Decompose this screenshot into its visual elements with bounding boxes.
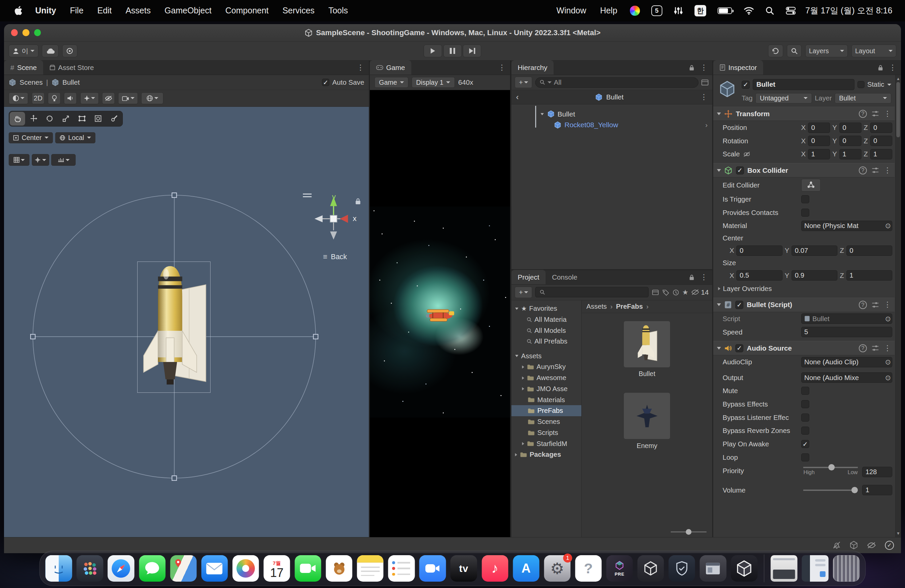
dock-icon-trash[interactable] (833, 555, 859, 582)
prefab-open-arrow[interactable]: › (705, 121, 712, 129)
game-mode-dropdown[interactable]: Game (375, 77, 408, 88)
handle-space-dropdown[interactable]: Local (55, 132, 95, 143)
custom-tool-button[interactable] (106, 112, 122, 126)
breadcrumb-assets[interactable]: Assets (586, 303, 607, 310)
folder-materials[interactable]: Materials (511, 394, 581, 405)
object-picker-icon[interactable]: ⊙ (885, 374, 891, 382)
center-y-field[interactable]: 0.07 (792, 245, 837, 256)
snap-increment-dropdown[interactable] (51, 154, 75, 165)
dock-minimized-window-2[interactable] (802, 555, 828, 582)
battery-icon[interactable] (713, 0, 737, 21)
dock-icon-system-settings[interactable]: ⚙ 1 (544, 555, 570, 582)
search-by-label-icon[interactable] (662, 289, 669, 296)
menu-item-unity[interactable]: Unity (29, 0, 62, 21)
hidden-count-indicator[interactable]: 14 (691, 288, 708, 296)
dock-icon-maps[interactable] (170, 555, 197, 582)
scene-viewport[interactable]: Center Local (4, 107, 369, 537)
layer-dropdown[interactable]: Bullet (835, 93, 891, 103)
transform-tool-button[interactable] (90, 112, 106, 126)
minimize-window-button[interactable] (22, 29, 29, 36)
dock-icon-messages[interactable] (139, 555, 165, 582)
static-dropdown-caret[interactable] (887, 84, 891, 86)
hand-tool-button[interactable] (10, 112, 25, 126)
priority-field[interactable]: 128 (862, 467, 892, 477)
help-icon[interactable]: ? (859, 301, 867, 309)
size-z-field[interactable]: 1 (846, 270, 892, 281)
folder-jmo-assets[interactable]: JMO Asse (511, 383, 581, 394)
help-icon[interactable]: ? (859, 167, 867, 175)
component-menu-icon[interactable]: ⋮ (884, 110, 891, 118)
favorites-header[interactable]: ★ Favorites (511, 303, 581, 314)
static-checkbox[interactable] (857, 81, 864, 88)
position-y-field[interactable]: 0 (839, 122, 862, 133)
grid-snap-dropdown[interactable] (32, 154, 49, 165)
account-button[interactable]: 이 (9, 44, 38, 57)
dock-icon-photos[interactable] (232, 555, 259, 582)
display-dropdown[interactable]: Display 1 (412, 77, 454, 88)
dock-icon-finder[interactable] (46, 555, 72, 582)
folder-starfield[interactable]: StarfieldM (511, 438, 581, 450)
center-z-field[interactable]: 0 (846, 245, 892, 256)
visibility-status-icon[interactable] (867, 542, 876, 549)
volume-slider[interactable] (801, 489, 860, 491)
volume-field[interactable]: 1 (862, 485, 892, 495)
hierarchy-search-input[interactable]: All (535, 77, 699, 88)
scene-visibility-button[interactable] (102, 92, 115, 104)
hierarchy-create-button[interactable]: + (515, 77, 532, 88)
rotation-y-field[interactable]: 0 (839, 136, 862, 146)
search-save-icon[interactable] (672, 289, 680, 296)
inspector-scrollbar[interactable]: ▲ ▼ (895, 75, 901, 537)
component-menu-icon[interactable]: ⋮ (884, 167, 891, 174)
draw-mode-dropdown[interactable] (9, 92, 29, 104)
size-x-field[interactable]: 0.5 (736, 270, 782, 281)
close-window-button[interactable] (11, 29, 18, 36)
favorite-star-icon[interactable]: ★ (682, 288, 689, 296)
position-x-field[interactable]: 0 (808, 122, 830, 133)
dock-icon-app-store[interactable]: A (513, 555, 539, 582)
asset-item-enemy[interactable]: Enemy (624, 393, 670, 450)
gameobject-icon[interactable] (717, 79, 738, 99)
game-viewport[interactable] (370, 90, 510, 537)
bullet-script-header[interactable]: # ✓ Bullet (Script) ? ⋮ (713, 298, 895, 312)
object-picker-icon[interactable]: ⊙ (885, 358, 891, 366)
physic-material-field[interactable]: None (Physic Mat ⊙ (801, 221, 892, 231)
component-menu-icon[interactable]: ⋮ (884, 301, 891, 308)
provides-contacts-checkbox[interactable] (801, 208, 809, 217)
menu-item-gameobject[interactable]: GameObject (158, 0, 218, 21)
dock-icon-music[interactable]: ♪ (482, 555, 508, 582)
breadcrumb-prefabs[interactable]: PreFabs (616, 303, 643, 310)
box-collider-enabled-checkbox[interactable]: ✓ (736, 167, 744, 175)
menu-item-component[interactable]: Component (219, 0, 275, 21)
loop-checkbox[interactable] (801, 453, 809, 461)
ime-indicator[interactable]: 한 (689, 0, 711, 21)
apple-menu[interactable] (10, 0, 28, 21)
favorite-all-prefabs[interactable]: All Prefabs (511, 336, 581, 347)
spotlight-icon[interactable] (761, 0, 780, 21)
audio-source-header[interactable]: ✓ Audio Source ? ⋮ (713, 341, 895, 355)
view-direction-label[interactable]: ≡ Back (323, 253, 347, 261)
background-tasks-indicator[interactable]: ✓ (885, 541, 894, 550)
rect-tool-button[interactable] (74, 112, 90, 126)
tag-dropdown[interactable]: Untagged (756, 93, 812, 103)
rotation-z-field[interactable]: 0 (870, 136, 892, 146)
control-center-icon[interactable] (781, 0, 800, 21)
colorwheel-menubar-icon[interactable] (625, 0, 645, 21)
project-lock-icon[interactable] (689, 274, 694, 281)
menu-item-help[interactable]: Help (594, 0, 624, 21)
hierarchy-menu-icon[interactable]: ⋮ (700, 64, 708, 72)
dock-icon-reminders[interactable] (388, 555, 415, 582)
hierarchy-lock-icon[interactable] (689, 65, 694, 71)
menu-item-assets[interactable]: Assets (119, 0, 157, 21)
priority-slider[interactable]: HighLow (801, 467, 860, 475)
mute-checkbox[interactable] (801, 387, 809, 395)
hierarchy-item-rocket08-yellow[interactable]: Rocket08_Yellow › (511, 119, 712, 130)
tab-game[interactable]: Game (370, 60, 411, 75)
undo-history-button[interactable] (768, 44, 783, 57)
center-x-field[interactable]: 0 (736, 245, 782, 256)
menu-item-services[interactable]: Services (276, 0, 321, 21)
prefab-header-menu-icon[interactable]: ⋮ (700, 94, 708, 101)
dock-icon-safari[interactable] (108, 555, 134, 582)
script-field[interactable]: Bullet ⊙ (801, 313, 892, 324)
tab-scene[interactable]: # Scene (4, 60, 43, 75)
rocket-model[interactable] (137, 262, 211, 393)
